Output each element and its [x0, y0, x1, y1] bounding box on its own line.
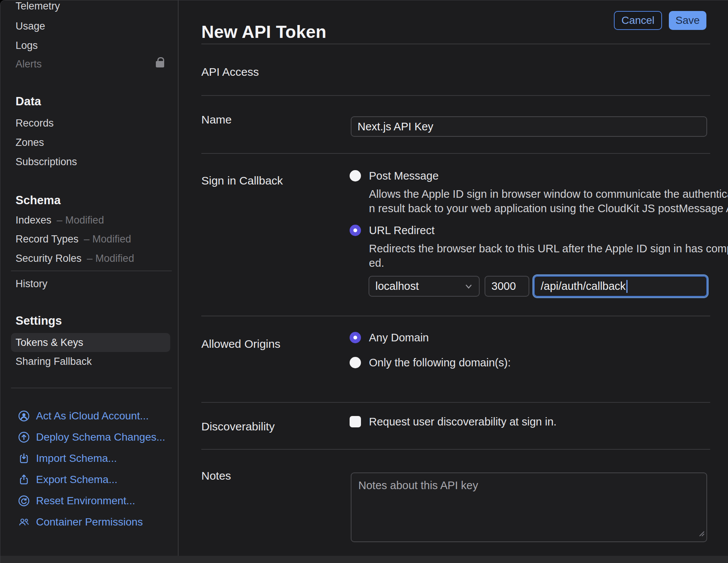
action-label: Deploy Schema Changes... — [36, 431, 165, 443]
sidebar-item-alerts[interactable]: Alerts — [16, 58, 42, 70]
resize-grip-icon[interactable] — [698, 526, 705, 540]
save-button[interactable]: Save — [669, 11, 706, 30]
divider — [201, 95, 710, 96]
radio-url-redirect[interactable] — [350, 225, 361, 236]
modified-badge: – Modified — [84, 233, 131, 245]
chevron-down-icon — [464, 283, 473, 289]
post-message-description: Allows the Apple ID sign in browser wind… — [369, 187, 728, 216]
host-select[interactable]: localhost — [369, 276, 480, 297]
action-reset-environment[interactable]: Reset Environment... — [18, 494, 135, 507]
sidebar-item-telemetry[interactable]: Telemetry — [16, 0, 60, 12]
action-deploy-schema-changes[interactable]: Deploy Schema Changes... — [18, 431, 165, 444]
port-input-value: 3000 — [491, 280, 516, 292]
notes-placeholder: Notes about this API key — [358, 479, 478, 491]
divider — [201, 449, 710, 450]
post-message-label: Post Message — [369, 170, 439, 181]
sidebar-divider — [11, 388, 172, 388]
sidebar-item-logs[interactable]: Logs — [16, 40, 38, 51]
radio-post-message[interactable] — [350, 170, 361, 181]
discoverability-checkbox-label: Request user discoverability at sign in. — [369, 416, 557, 427]
any-domain-label: Any Domain — [369, 332, 429, 343]
name-input[interactable]: Next.js API Key — [351, 116, 707, 137]
notes-label: Notes — [201, 469, 231, 483]
sidebar-section-settings: Settings — [16, 314, 62, 328]
action-container-permissions[interactable]: Container Permissions — [18, 516, 143, 529]
action-act-as-icloud-account[interactable]: Act As iCloud Account... — [18, 410, 149, 422]
action-export-schema[interactable]: Export Schema... — [18, 473, 118, 486]
port-input[interactable]: 3000 — [485, 276, 529, 297]
action-label: Reset Environment... — [36, 495, 135, 507]
allowed-origins-label: Allowed Origins — [201, 337, 280, 351]
lock-icon — [156, 57, 165, 68]
only-domains-label: Only the following domain(s): — [369, 357, 511, 368]
url-redirect-label: URL Redirect — [369, 225, 435, 236]
sidebar-item-usage[interactable]: Usage — [16, 20, 45, 32]
notes-textarea[interactable]: Notes about this API key — [351, 472, 707, 542]
bottom-bar — [0, 556, 728, 563]
divider — [201, 402, 710, 403]
sidebar-item-label: Record Types — [16, 233, 78, 245]
sidebar-item-tokens-keys[interactable]: Tokens & Keys — [11, 333, 170, 352]
callback-path-value: /api/auth/callback — [541, 280, 626, 292]
sidebar-item-label: Indexes — [16, 214, 52, 226]
discoverability-checkbox[interactable] — [350, 416, 361, 427]
sidebar-item-history[interactable]: History — [16, 278, 47, 289]
action-label: Export Schema... — [36, 474, 118, 486]
modified-badge: – Modified — [57, 214, 104, 226]
divider — [201, 44, 710, 44]
arrow-up-circle-icon — [18, 431, 30, 443]
divider — [201, 153, 710, 154]
api-access-section-label: API Access — [201, 65, 259, 79]
sidebar-item-sharing-fallback[interactable]: Sharing Fallback — [16, 356, 92, 367]
reset-circle-icon — [18, 495, 30, 507]
name-input-value: Next.js API Key — [358, 120, 433, 133]
text-cursor — [626, 280, 628, 293]
divider — [201, 316, 710, 316]
name-label: Name — [201, 113, 232, 127]
page-title: New API Token — [201, 21, 326, 42]
person-circle-icon — [18, 410, 30, 422]
radio-only-domains[interactable] — [350, 357, 361, 368]
action-label: Act As iCloud Account... — [36, 410, 149, 422]
import-tray-icon — [18, 452, 30, 464]
sidebar-item-record-types[interactable]: Record Types– Modified — [16, 233, 131, 245]
sidebar-item-records[interactable]: Records — [16, 117, 54, 129]
sidebar-section-schema: Schema — [16, 194, 61, 207]
action-import-schema[interactable]: Import Schema... — [18, 452, 117, 465]
modified-badge: – Modified — [87, 253, 134, 264]
cancel-button[interactable]: Cancel — [614, 11, 662, 30]
sidebar-item-security-roles[interactable]: Security Roles– Modified — [16, 253, 134, 264]
sidebar-divider — [11, 271, 172, 271]
url-redirect-description: Redirects the browser back to this URL a… — [369, 241, 728, 270]
radio-any-domain[interactable] — [350, 332, 361, 343]
discoverability-label: Discoverability — [201, 419, 275, 434]
callback-path-input[interactable]: /api/auth/callback — [534, 276, 707, 297]
cloudkit-dashboard-window: Telemetry Usage Logs Alerts Data Records… — [0, 0, 728, 563]
sidebar-item-zones[interactable]: Zones — [16, 137, 44, 148]
sidebar-section-data: Data — [16, 95, 41, 108]
host-select-value: localhost — [375, 280, 419, 292]
main-panel: New API Token Cancel Save API Access Nam… — [179, 0, 728, 563]
people-icon — [18, 516, 30, 528]
action-label: Container Permissions — [36, 516, 143, 528]
sign-in-callback-label: Sign in Callback — [201, 174, 283, 188]
action-label: Import Schema... — [36, 452, 117, 464]
share-export-icon — [18, 474, 30, 486]
sidebar: Telemetry Usage Logs Alerts Data Records… — [0, 0, 179, 563]
sidebar-item-label: Security Roles — [16, 253, 82, 264]
sidebar-item-indexes[interactable]: Indexes– Modified — [16, 214, 104, 226]
sidebar-item-subscriptions[interactable]: Subscriptions — [16, 156, 77, 167]
